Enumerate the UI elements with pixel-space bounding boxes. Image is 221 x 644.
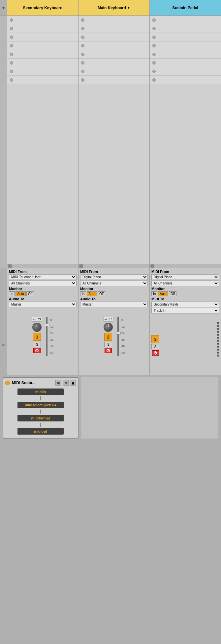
dot	[10, 78, 13, 82]
node-connector-2	[40, 410, 41, 414]
scrollbar-col-2[interactable]	[79, 264, 150, 268]
track2-monitor-row: In Auto Off	[80, 291, 148, 296]
track1-monitor-auto-btn[interactable]: Auto	[16, 291, 26, 296]
fader-label-24: 24	[121, 330, 125, 336]
track3-midi-source-select[interactable]: Digital Piano	[151, 274, 219, 280]
midi-module-icon2-btn[interactable]: ↻	[63, 380, 69, 386]
midi-module-icon1: ⊞	[57, 381, 60, 385]
track3-name: Sustain Pedal	[172, 6, 198, 10]
track1-monitor-in-btn[interactable]: In	[9, 291, 15, 296]
fader-label-0: 0	[50, 317, 53, 323]
dots-col-2	[79, 16, 150, 84]
midi-node-3[interactable]: midiformat	[17, 415, 64, 421]
dot-small	[217, 328, 219, 330]
track3-power-icon	[154, 351, 157, 355]
dot-row	[79, 24, 149, 33]
track1-monitor-label: Monitor	[9, 287, 77, 291]
fader-label-0: 0	[121, 317, 125, 323]
midi-module-title: MIDI Susta...	[12, 381, 53, 385]
track1-number-btn[interactable]: 1	[33, 333, 41, 341]
track3-monitor-in-btn[interactable]: In	[151, 291, 157, 296]
track3-midi-to-select[interactable]: Secondary Keyb	[151, 302, 219, 307]
track2-knob[interactable]	[104, 323, 113, 332]
main-container: ▼ Secondary Keyboard Main Keyboard ▼ Sus…	[0, 0, 221, 441]
track3-number-btn[interactable]: 3	[151, 335, 159, 343]
controls-section: MIDI From MIDI Touchbar User All Channel…	[0, 268, 221, 315]
track2-monitor-off-btn[interactable]: Off	[98, 291, 105, 296]
dot-small	[217, 340, 219, 342]
track3-track-in-select[interactable]: Track In	[151, 308, 219, 313]
track2-audio-to-select[interactable]: Master	[80, 302, 148, 307]
track2-monitor-auto-btn[interactable]: Auto	[87, 291, 97, 296]
dot	[152, 61, 156, 65]
midi-module-icon1-btn[interactable]: ⊞	[55, 380, 61, 386]
scrollbar-thumb-1[interactable]	[8, 264, 12, 268]
track1-solo-btn[interactable]: S	[33, 342, 41, 347]
track1-monitor-row: In Auto Off	[9, 291, 77, 296]
scrollbar-col-3[interactable]	[150, 264, 221, 268]
track-header-3[interactable]: Sustain Pedal	[150, 0, 221, 15]
dot-row	[7, 50, 78, 59]
midi-module-right-area	[81, 377, 218, 439]
scrollbar-col-1[interactable]	[7, 264, 79, 268]
track3-monitor-auto-btn[interactable]: Auto	[158, 291, 168, 296]
track1-fader-labels: 0 12 24 36 48 60	[50, 317, 53, 356]
dot-small	[217, 355, 219, 357]
track1-monitor-off-btn[interactable]: Off	[26, 291, 34, 296]
track1-midi-from-label: MIDI From	[9, 270, 77, 274]
dots-section	[0, 16, 221, 84]
track3-power-btn[interactable]	[152, 350, 159, 356]
track2-solo-btn[interactable]: S	[104, 342, 112, 347]
track3-mixer: 3 S	[150, 315, 221, 375]
dot	[152, 36, 156, 39]
dot	[10, 61, 13, 65]
track2-fader[interactable]	[115, 317, 121, 356]
fader-label-48: 48	[121, 343, 125, 350]
track1-power-btn[interactable]	[33, 348, 41, 353]
track1-fader-rail[interactable]	[46, 317, 47, 356]
dot-small	[217, 331, 219, 333]
track1-audio-to-label: Audio To	[9, 297, 77, 301]
track-header-1[interactable]: Secondary Keyboard	[7, 0, 79, 15]
dot-row	[150, 41, 221, 50]
sort-icon[interactable]: ▼	[2, 6, 6, 10]
midi-node-2[interactable]: midiselect @ctl 64	[17, 402, 64, 408]
track-header-2[interactable]: Main Keyboard ▼	[79, 0, 150, 15]
track2-monitor-in-btn[interactable]: In	[80, 291, 86, 296]
track3-solo-btn[interactable]: S	[151, 344, 159, 349]
track2-power-btn[interactable]	[105, 348, 112, 353]
track2-channels-select[interactable]: All Channels	[80, 281, 148, 286]
midi-module-icon3-btn[interactable]: ◼	[70, 380, 76, 386]
dot-row	[7, 67, 78, 76]
track1-midi-source-select[interactable]: MIDI Touchbar User	[9, 274, 77, 280]
track3-monitor-off-btn[interactable]: Off	[169, 291, 176, 296]
track1-channels-select[interactable]: All Channels	[9, 281, 77, 286]
dot-row	[7, 24, 78, 33]
track1-fader-handle[interactable]	[45, 324, 49, 326]
scrollbar-thumb-2[interactable]	[79, 264, 83, 268]
dot-row	[150, 76, 221, 84]
controls-label-col	[0, 268, 7, 315]
dot-small	[217, 322, 219, 324]
dot	[10, 18, 13, 22]
track2-fader-handle[interactable]	[116, 332, 121, 335]
track3-channels-select[interactable]: All Channels	[151, 281, 219, 286]
track1-fader[interactable]	[44, 317, 49, 356]
dot-small	[217, 346, 219, 348]
scrollbar-thumb-3[interactable]	[150, 264, 154, 268]
midi-node-4[interactable]: midiout	[17, 428, 64, 435]
mixer-label-col: ≈	[0, 315, 7, 375]
dot	[152, 53, 156, 56]
track3-monitor-row: In Auto Off	[151, 291, 219, 296]
track3-midi-to-label: MIDI To	[151, 297, 219, 301]
dot-row	[150, 16, 221, 24]
track1-audio-to-select[interactable]: Master	[9, 302, 77, 307]
track2-fader-rail[interactable]	[117, 317, 119, 356]
track2-number-btn[interactable]: 2	[104, 333, 112, 341]
track2-monitor-label: Monitor	[80, 287, 148, 291]
dots-col-1	[7, 16, 79, 84]
midi-node-1[interactable]: midiin	[17, 389, 64, 395]
track2-midi-source-select[interactable]: Digital Piano	[80, 274, 148, 280]
track3-monitor-label: Monitor	[151, 287, 219, 291]
track1-knob[interactable]	[32, 323, 42, 332]
